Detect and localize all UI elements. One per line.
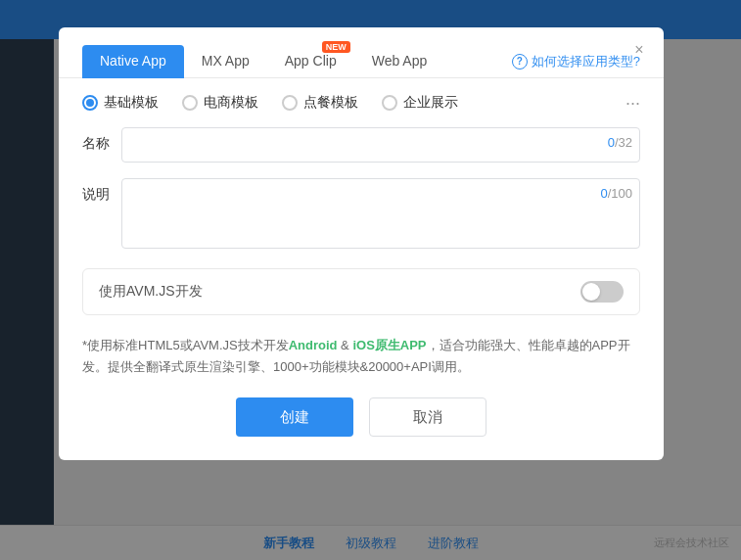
template-row: 基础模板 电商模板 点餐模板 企业展示 ··· <box>59 78 664 119</box>
template-basic[interactable]: 基础模板 <box>82 94 159 112</box>
footer-buttons: 创建 取消 <box>59 394 664 437</box>
desc-input-wrap: 0/100 <box>121 178 640 253</box>
template-enterprise[interactable]: 企业展示 <box>382 94 458 112</box>
tab-native-app[interactable]: Native App <box>82 45 184 78</box>
tab-mx-app[interactable]: MX App <box>184 45 267 78</box>
avm-toggle-row: 使用AVM.JS开发 <box>82 268 640 315</box>
cancel-button[interactable]: 取消 <box>369 397 486 437</box>
name-label: 名称 <box>82 127 121 153</box>
modal-close-button[interactable]: × <box>628 39 650 61</box>
more-templates-button[interactable]: ··· <box>625 94 640 112</box>
template-ecommerce[interactable]: 电商模板 <box>182 94 258 112</box>
modal-dialog: × Native App MX App App Clip NEW Web App… <box>59 27 664 460</box>
desc-label: 说明 <box>82 178 121 204</box>
avm-toggle-switch[interactable] <box>580 281 624 303</box>
tab-web-app[interactable]: Web App <box>354 45 445 78</box>
desc-char-count: 0/100 <box>600 186 632 201</box>
name-field-row: 名称 0/32 <box>82 127 640 163</box>
help-link[interactable]: ? 如何选择应用类型? <box>512 53 640 70</box>
desc-field-row: 说明 0/100 <box>82 178 640 253</box>
create-button[interactable]: 创建 <box>236 397 353 437</box>
radio-basic <box>82 95 98 111</box>
desc-input[interactable] <box>121 178 640 249</box>
name-input[interactable] <box>121 127 640 163</box>
radio-food <box>282 95 298 111</box>
form-section: 名称 0/32 说明 0/100 <box>59 119 664 253</box>
tab-app-clip[interactable]: App Clip NEW <box>267 45 354 78</box>
avm-toggle-label: 使用AVM.JS开发 <box>99 283 203 301</box>
template-food[interactable]: 点餐模板 <box>282 94 358 112</box>
help-icon: ? <box>512 54 528 70</box>
app-description: *使用标准HTML5或AVM.JS技术开发Android & iOS原生APP，… <box>59 327 664 394</box>
name-char-count: 0/32 <box>608 135 632 150</box>
radio-enterprise <box>382 95 397 111</box>
radio-ecommerce <box>182 95 198 111</box>
tabs-row: Native App MX App App Clip NEW Web App ?… <box>59 27 664 78</box>
name-input-wrap: 0/32 <box>121 127 640 163</box>
new-badge: NEW <box>322 41 350 53</box>
